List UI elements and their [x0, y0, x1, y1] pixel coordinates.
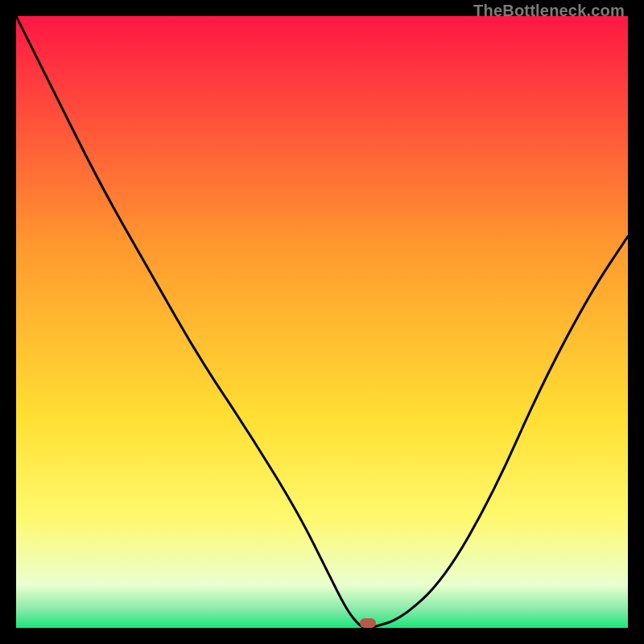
optimal-marker — [360, 618, 376, 628]
chart-frame: TheBottleneck.com — [0, 0, 644, 644]
bottleneck-curve — [16, 16, 628, 628]
watermark-text: TheBottleneck.com — [473, 2, 625, 20]
plot-area — [16, 16, 628, 628]
